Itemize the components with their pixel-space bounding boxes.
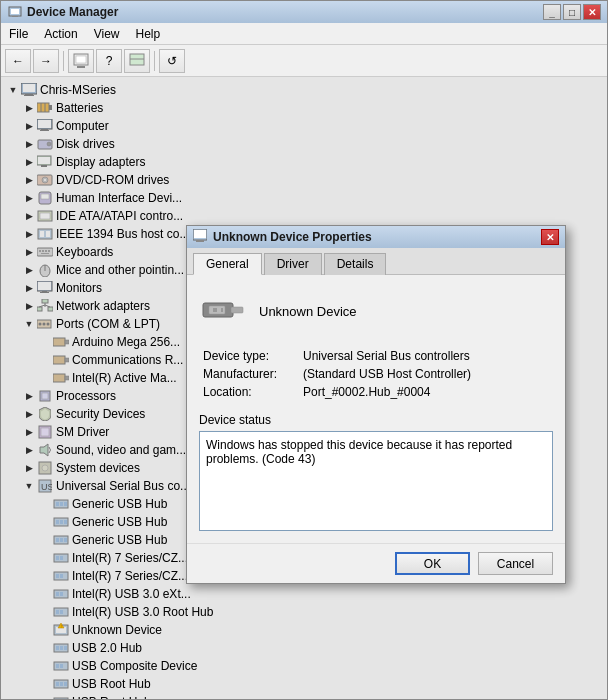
tab-driver[interactable]: Driver bbox=[264, 253, 322, 275]
svg-rect-4 bbox=[76, 56, 86, 63]
properties-button[interactable] bbox=[68, 49, 94, 73]
device-status-text: Windows has stopped this device because … bbox=[206, 438, 512, 466]
back-button[interactable]: ← bbox=[5, 49, 31, 73]
menu-help[interactable]: Help bbox=[128, 25, 169, 43]
device-header: Unknown Device bbox=[199, 287, 553, 335]
svg-rect-122 bbox=[221, 308, 223, 312]
dialog-overlay: Unknown Device Properties ✕ General Driv… bbox=[1, 77, 607, 699]
dialog-close-button[interactable]: ✕ bbox=[541, 229, 559, 245]
help-button[interactable]: ? bbox=[96, 49, 122, 73]
minimize-button[interactable]: _ bbox=[543, 4, 561, 20]
properties-dialog: Unknown Device Properties ✕ General Driv… bbox=[186, 225, 566, 584]
toolbar: ← → ? ↺ bbox=[1, 45, 607, 77]
toolbar-separator-1 bbox=[63, 51, 64, 71]
prop-row-device-type: Device type: Universal Serial Bus contro… bbox=[199, 347, 553, 365]
scan-button[interactable] bbox=[124, 49, 150, 73]
menu-view[interactable]: View bbox=[86, 25, 128, 43]
menu-file[interactable]: File bbox=[1, 25, 36, 43]
device-type-label: Device type: bbox=[199, 347, 299, 365]
device-name-display: Unknown Device bbox=[259, 304, 357, 319]
device-status-label: Device status bbox=[199, 413, 553, 427]
svg-rect-2 bbox=[12, 16, 18, 17]
forward-button[interactable]: → bbox=[33, 49, 59, 73]
title-bar-title: Device Manager bbox=[27, 5, 543, 19]
prop-row-manufacturer: Manufacturer: (Standard USB Host Control… bbox=[199, 365, 553, 383]
dialog-title-icon bbox=[193, 229, 209, 245]
dialog-buttons: OK Cancel bbox=[187, 543, 565, 583]
svg-rect-116 bbox=[194, 230, 206, 238]
dialog-title-text: Unknown Device Properties bbox=[213, 230, 541, 244]
tab-bar: General Driver Details bbox=[187, 248, 565, 275]
svg-rect-1 bbox=[11, 9, 19, 14]
title-bar-icon bbox=[7, 4, 23, 20]
device-manager-window: Device Manager _ □ ✕ File Action View He… bbox=[0, 0, 608, 700]
tab-details[interactable]: Details bbox=[324, 253, 387, 275]
location-value: Port_#0002.Hub_#0004 bbox=[299, 383, 553, 401]
svg-rect-5 bbox=[77, 66, 85, 68]
title-bar: Device Manager _ □ ✕ bbox=[1, 1, 607, 23]
dialog-content: Unknown Device Device type: Universal Se… bbox=[187, 275, 565, 543]
svg-rect-121 bbox=[213, 308, 217, 312]
refresh-button[interactable]: ↺ bbox=[159, 49, 185, 73]
properties-table: Device type: Universal Serial Bus contro… bbox=[199, 347, 553, 401]
svg-rect-117 bbox=[196, 240, 204, 242]
device-status-section: Device status Windows has stopped this d… bbox=[199, 413, 553, 531]
title-bar-controls: _ □ ✕ bbox=[543, 4, 601, 20]
device-icon-large bbox=[199, 287, 247, 335]
dialog-title-bar: Unknown Device Properties ✕ bbox=[187, 226, 565, 248]
cancel-button[interactable]: Cancel bbox=[478, 552, 553, 575]
close-button[interactable]: ✕ bbox=[583, 4, 601, 20]
tab-general[interactable]: General bbox=[193, 253, 262, 275]
svg-rect-119 bbox=[231, 307, 243, 313]
device-status-box[interactable]: Windows has stopped this device because … bbox=[199, 431, 553, 531]
menu-bar: File Action View Help bbox=[1, 23, 607, 45]
content-area: ▼ Chris-MSeries ▶ bbox=[1, 77, 607, 699]
manufacturer-value: (Standard USB Host Controller) bbox=[299, 365, 553, 383]
ok-button[interactable]: OK bbox=[395, 552, 470, 575]
device-type-value: Universal Serial Bus controllers bbox=[299, 347, 553, 365]
location-label: Location: bbox=[199, 383, 299, 401]
toolbar-separator-2 bbox=[154, 51, 155, 71]
menu-action[interactable]: Action bbox=[36, 25, 85, 43]
prop-row-location: Location: Port_#0002.Hub_#0004 bbox=[199, 383, 553, 401]
manufacturer-label: Manufacturer: bbox=[199, 365, 299, 383]
maximize-button[interactable]: □ bbox=[563, 4, 581, 20]
